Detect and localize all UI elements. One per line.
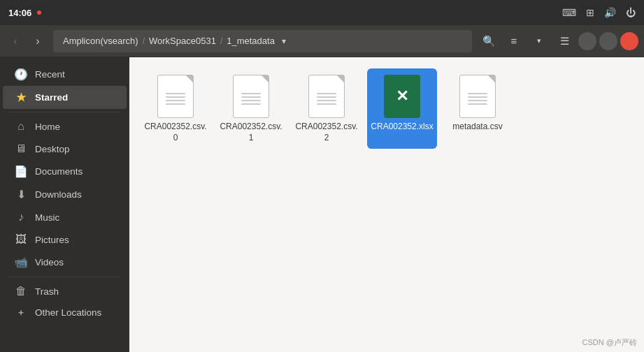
sidebar-label-downloads: Downloads bbox=[35, 189, 82, 200]
csv-line bbox=[166, 96, 185, 98]
back-button[interactable]: ‹ bbox=[6, 31, 25, 51]
file-item-csv0[interactable]: CRA002352.csv.0 bbox=[141, 68, 210, 149]
sidebar-divider-2 bbox=[8, 277, 121, 277]
file-item-csv2[interactable]: CRA002352.csv.2 bbox=[292, 68, 362, 149]
sidebar-label-music: Music bbox=[35, 212, 59, 223]
file-name-csv0: CRA002352.csv.0 bbox=[143, 122, 208, 143]
list-view-dropdown-button[interactable]: ▾ bbox=[528, 30, 550, 52]
videos-icon: 📹 bbox=[14, 256, 28, 269]
csv-line bbox=[241, 93, 261, 94]
toolbar: ‹ › Amplicon(vsearch) / WorkSpace0531 / … bbox=[0, 25, 644, 57]
csv0-lines bbox=[166, 93, 185, 105]
sidebar-item-videos[interactable]: 📹 Videos bbox=[3, 251, 127, 274]
breadcrumb: Amplicon(vsearch) / WorkSpace0531 / 1_me… bbox=[53, 30, 472, 52]
csv-line bbox=[166, 103, 185, 105]
titlebar-right: ⌨ ⊞ 🔊 ⏻ bbox=[562, 7, 636, 18]
menu-button[interactable]: ☰ bbox=[553, 30, 575, 52]
file-area: CRA002352.csv.0 CRA002352.csv.1 bbox=[129, 57, 644, 352]
desktop-icon: 🖥 bbox=[14, 142, 28, 155]
sidebar-label-pictures: Pictures bbox=[35, 235, 69, 245]
titlebar-left: 14:06 bbox=[8, 8, 41, 18]
breadcrumb-item-2[interactable]: 1_metadata bbox=[222, 30, 279, 52]
starred-icon: ★ bbox=[14, 91, 28, 104]
sidebar-item-documents[interactable]: 📄 Documents bbox=[3, 160, 127, 183]
sidebar-item-desktop[interactable]: 🖥 Desktop bbox=[3, 138, 127, 160]
csv-line bbox=[317, 96, 336, 98]
sidebar-item-recent[interactable]: 🕐 Recent bbox=[3, 63, 127, 86]
csv-line bbox=[317, 100, 336, 101]
csv-line bbox=[241, 96, 261, 98]
file-name-metadata: metadata.csv bbox=[452, 122, 502, 133]
sidebar-label-documents: Documents bbox=[35, 166, 83, 177]
file-icon-csv0 bbox=[157, 75, 194, 118]
csv-line bbox=[166, 93, 185, 94]
titlebar-time: 14:06 bbox=[8, 8, 31, 18]
file-item-metadata[interactable]: metadata.csv bbox=[443, 68, 513, 149]
trash-icon: 🗑 bbox=[14, 285, 28, 298]
music-icon: ♪ bbox=[14, 211, 28, 223]
sidebar-label-videos: Videos bbox=[35, 257, 64, 267]
csv-line bbox=[468, 96, 487, 98]
titlebar: 14:06 ⌨ ⊞ 🔊 ⏻ bbox=[0, 0, 644, 25]
power-icon[interactable]: ⏻ bbox=[626, 7, 636, 18]
list-view-button[interactable]: ≡ bbox=[503, 30, 525, 52]
downloads-icon: ⬇ bbox=[14, 188, 28, 201]
csv-line bbox=[241, 100, 261, 101]
pictures-icon: 🖼 bbox=[14, 233, 28, 246]
maximize-button[interactable] bbox=[599, 32, 617, 50]
sidebar-item-starred[interactable]: ★ Starred bbox=[3, 86, 127, 109]
titlebar-dot bbox=[37, 10, 41, 15]
documents-icon: 📄 bbox=[14, 165, 28, 178]
toolbar-right: 🔍 ≡ ▾ ☰ ✕ bbox=[478, 30, 638, 52]
home-icon: ⌂ bbox=[14, 120, 28, 133]
sidebar-item-home[interactable]: ⌂ Home bbox=[3, 115, 127, 138]
file-icon-csv2 bbox=[308, 75, 345, 118]
file-item-xlsx[interactable]: ✕ CRA002352.xlsx bbox=[367, 68, 437, 149]
xlsx-x-label: ✕ bbox=[396, 87, 408, 105]
file-icon-xlsx: ✕ bbox=[384, 75, 420, 118]
breadcrumb-dropdown-button[interactable]: ▾ bbox=[279, 36, 289, 46]
csv-line bbox=[241, 103, 261, 105]
breadcrumb-item-1[interactable]: WorkSpace0531 bbox=[145, 30, 220, 52]
file-grid: CRA002352.csv.0 CRA002352.csv.1 bbox=[141, 68, 633, 149]
sidebar-label-other-locations: Other Locations bbox=[35, 307, 101, 318]
sidebar-label-starred: Starred bbox=[35, 92, 68, 103]
sidebar-item-music[interactable]: ♪ Music bbox=[3, 206, 127, 228]
file-item-csv1[interactable]: CRA002352.csv.1 bbox=[216, 68, 286, 149]
csv-line bbox=[166, 100, 185, 101]
sidebar-item-trash[interactable]: 🗑 Trash bbox=[3, 280, 127, 302]
network-icon[interactable]: ⊞ bbox=[586, 7, 594, 18]
file-name-csv2: CRA002352.csv.2 bbox=[294, 122, 359, 143]
keyboard-icon[interactable]: ⌨ bbox=[562, 7, 576, 18]
recent-icon: 🕐 bbox=[14, 68, 28, 81]
sidebar-item-downloads[interactable]: ⬇ Downloads bbox=[3, 183, 127, 206]
main-layout: 🕐 Recent ★ Starred ⌂ Home 🖥 Desktop 📄 Do… bbox=[0, 57, 644, 352]
file-icon-xlsx-wrapper: ✕ bbox=[380, 74, 424, 119]
sidebar-label-home: Home bbox=[35, 122, 60, 132]
file-icon-metadata bbox=[459, 75, 496, 118]
volume-icon[interactable]: 🔊 bbox=[604, 7, 616, 18]
csv-line bbox=[468, 103, 487, 105]
csv-line bbox=[468, 100, 487, 101]
file-icon-metadata-wrapper bbox=[455, 74, 500, 119]
file-icon-csv2-wrapper bbox=[304, 74, 349, 119]
sidebar-divider-1 bbox=[8, 112, 121, 112]
sidebar-item-pictures[interactable]: 🖼 Pictures bbox=[3, 228, 127, 251]
metadata-lines bbox=[468, 93, 487, 105]
file-icon-csv1-wrapper bbox=[229, 74, 273, 119]
sidebar-label-recent: Recent bbox=[35, 69, 65, 80]
file-icon-csv1 bbox=[233, 75, 269, 118]
csv1-lines bbox=[241, 93, 261, 105]
minimize-button[interactable] bbox=[578, 32, 596, 50]
search-button[interactable]: 🔍 bbox=[478, 30, 500, 52]
breadcrumb-item-0[interactable]: Amplicon(vsearch) bbox=[59, 30, 143, 52]
sidebar-label-trash: Trash bbox=[35, 286, 59, 297]
csv-line bbox=[317, 93, 336, 94]
sidebar-item-other-locations[interactable]: + Other Locations bbox=[3, 302, 127, 323]
forward-button[interactable]: › bbox=[28, 31, 48, 51]
csv-line bbox=[317, 103, 336, 105]
sidebar-label-desktop: Desktop bbox=[35, 144, 70, 154]
close-button[interactable]: ✕ bbox=[620, 32, 638, 50]
file-name-csv1: CRA002352.csv.1 bbox=[219, 122, 283, 143]
file-name-xlsx: CRA002352.xlsx bbox=[371, 122, 433, 133]
